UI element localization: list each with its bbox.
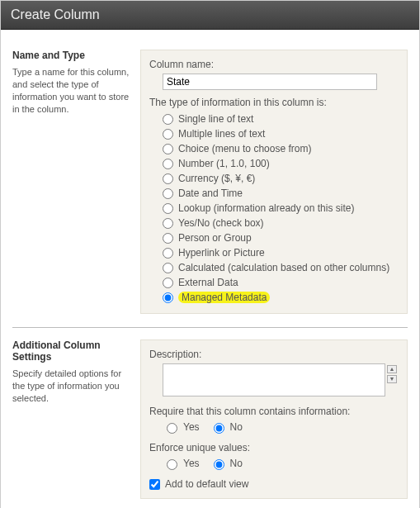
type-option[interactable]: Multiple lines of text <box>163 126 399 141</box>
require-no-radio[interactable] <box>214 423 224 434</box>
section-additional-settings: Additional Column Settings Specify detai… <box>12 328 408 508</box>
require-no-option[interactable]: No <box>210 420 243 434</box>
section-name-and-type: Name and Type Type a name for this colum… <box>12 38 408 328</box>
type-label: Single line of text <box>178 113 253 125</box>
require-no-label: No <box>230 421 243 433</box>
section1-help: Type a name for this column, and select … <box>12 66 130 115</box>
type-radio-yesno[interactable] <box>163 218 173 229</box>
section1-left: Name and Type Type a name for this colum… <box>12 50 140 314</box>
type-label: Yes/No (check box) <box>178 217 264 229</box>
create-column-page: Create Column Name and Type Type a name … <box>0 0 420 508</box>
section2-left: Additional Column Settings Specify detai… <box>12 339 140 499</box>
require-radios: Yes No <box>163 420 399 434</box>
type-label: Lookup (information already on this site… <box>178 202 354 214</box>
type-label: Calculated (calculation based on other c… <box>178 262 389 273</box>
unique-no-option[interactable]: No <box>210 457 243 470</box>
section2-right: Description: ▲ ▼ Require that this colum… <box>140 339 408 499</box>
type-option[interactable]: Number (1, 1.0, 100) <box>163 156 399 171</box>
type-option[interactable]: Managed Metadata <box>163 290 399 305</box>
section1-right: Column name: The type of information in … <box>140 50 408 314</box>
section1-heading: Name and Type <box>12 50 130 61</box>
type-radio-calculated[interactable] <box>163 263 173 273</box>
type-label-highlighted: Managed Metadata <box>178 292 270 303</box>
unique-yes-label: Yes <box>183 458 200 469</box>
content: Name and Type Type a name for this colum… <box>1 30 419 508</box>
type-radio-multi-line[interactable] <box>163 129 173 140</box>
type-radio-hyperlink[interactable] <box>163 248 173 259</box>
column-name-label: Column name: <box>149 59 399 70</box>
type-radio-currency[interactable] <box>163 173 173 184</box>
unique-yes-option[interactable]: Yes <box>163 457 200 470</box>
type-label: Date and Time <box>178 188 243 199</box>
require-yes-radio[interactable] <box>167 423 177 434</box>
type-option[interactable]: Person or Group <box>163 230 399 245</box>
type-label: Hyperlink or Picture <box>178 247 265 259</box>
description-wrap: ▲ ▼ <box>163 363 399 399</box>
type-option[interactable]: Hyperlink or Picture <box>163 245 399 260</box>
type-option[interactable]: Currency ($, ¥, €) <box>163 171 399 186</box>
description-label: Description: <box>149 349 399 360</box>
type-option[interactable]: Single line of text <box>163 112 399 126</box>
description-spinner: ▲ ▼ <box>387 365 397 383</box>
require-label: Require that this column contains inform… <box>149 406 399 417</box>
type-option[interactable]: Date and Time <box>163 186 399 201</box>
type-radio-managed-metadata[interactable] <box>163 292 173 303</box>
require-yes-option[interactable]: Yes <box>163 420 200 434</box>
type-label: Number (1, 1.0, 100) <box>178 158 270 169</box>
type-label: Choice (menu to choose from) <box>178 143 311 154</box>
spinner-up-icon[interactable]: ▲ <box>387 365 397 373</box>
type-option[interactable]: External Data <box>163 275 399 290</box>
type-option[interactable]: Lookup (information already on this site… <box>163 201 399 216</box>
default-view-label: Add to default view <box>165 478 248 490</box>
type-option[interactable]: Choice (menu to choose from) <box>163 141 399 156</box>
unique-yes-radio[interactable] <box>167 459 177 470</box>
type-label: Person or Group <box>178 232 252 244</box>
unique-radios: Yes No <box>163 457 399 470</box>
unique-label: Enforce unique values: <box>149 442 399 453</box>
section2-help: Specify detailed options for the type of… <box>12 368 130 405</box>
require-yes-label: Yes <box>183 421 200 433</box>
unique-no-label: No <box>230 458 243 469</box>
section2-heading: Additional Column Settings <box>12 339 130 363</box>
type-radio-choice[interactable] <box>163 144 173 154</box>
page-header: Create Column <box>1 1 419 30</box>
type-option[interactable]: Calculated (calculation based on other c… <box>163 260 399 275</box>
default-view-row[interactable]: Add to default view <box>149 478 399 490</box>
type-radio-datetime[interactable] <box>163 188 173 199</box>
type-label: External Data <box>178 277 238 288</box>
default-view-checkbox[interactable] <box>149 479 160 490</box>
type-label: Currency ($, ¥, €) <box>178 173 255 184</box>
type-radio-person[interactable] <box>163 233 173 244</box>
type-option[interactable]: Yes/No (check box) <box>163 216 399 230</box>
page-title: Create Column <box>11 7 100 21</box>
type-radio-lookup[interactable] <box>163 203 173 214</box>
column-type-list: Single line of text Multiple lines of te… <box>163 112 399 305</box>
type-radio-external[interactable] <box>163 278 173 288</box>
spinner-down-icon[interactable]: ▼ <box>387 375 397 383</box>
description-input[interactable] <box>163 363 385 396</box>
type-radio-number[interactable] <box>163 159 173 169</box>
type-intro: The type of information in this column i… <box>149 97 399 108</box>
type-radio-single-line[interactable] <box>163 114 173 125</box>
type-label: Multiple lines of text <box>178 128 265 140</box>
unique-no-radio[interactable] <box>214 459 224 470</box>
column-name-input[interactable] <box>163 74 377 90</box>
